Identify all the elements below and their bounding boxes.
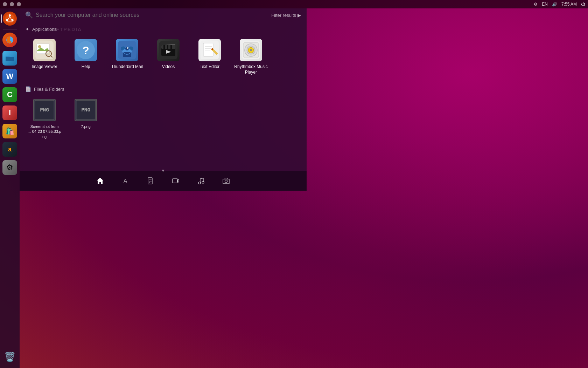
folder-svg: [5, 54, 15, 62]
top-bar: ⚙ EN 🔊 7:55 AM ⏻: [0, 0, 588, 8]
svg-rect-21: [163, 45, 165, 49]
launcher-system-settings[interactable]: ⚙: [1, 159, 18, 176]
launcher: W C I 🛍️ a ⚙ 🗑️: [0, 8, 20, 368]
videos-svg: [159, 41, 177, 59]
svg-marker-44: [97, 178, 103, 184]
thunderbird-label: Thunderbird Mail: [111, 64, 143, 70]
svg-marker-51: [177, 179, 179, 182]
settings-icon[interactable]: ⚙: [534, 2, 538, 7]
files-grid: PNG Screenshot from ...-04-23 07:55:33.p…: [25, 96, 301, 142]
svg-text:A: A: [124, 178, 127, 184]
svg-text:PNG: PNG: [40, 107, 49, 113]
ubuntu-logo: [3, 12, 17, 26]
applications-section-header: ✦ Applications: [25, 26, 301, 32]
close-dot[interactable]: [3, 2, 7, 6]
files-manager-icon: [2, 51, 17, 66]
file-screenshot[interactable]: PNG Screenshot from ...-04-23 07:55:33.p…: [25, 96, 64, 142]
svg-rect-50: [173, 179, 177, 183]
svg-rect-46: [148, 178, 152, 184]
search-icon: 🔍: [25, 11, 33, 19]
videos-icon: [157, 39, 180, 61]
app-thunderbird[interactable]: Thunderbird Mail: [108, 36, 146, 78]
launcher-impress[interactable]: I: [1, 104, 18, 121]
videos-label: Videos: [162, 64, 175, 70]
search-bar: 🔍 Filter results ▶: [20, 8, 307, 22]
svg-rect-23: [170, 45, 172, 49]
7png-file-label: 7.png: [81, 124, 91, 129]
apps-grid: Image Viewer ? Help: [25, 36, 301, 78]
launcher-software-center[interactable]: 🛍️: [1, 123, 18, 139]
system-settings-icon: ⚙: [2, 160, 17, 175]
app-image-viewer[interactable]: Image Viewer: [25, 36, 64, 78]
help-label: Help: [82, 64, 90, 70]
trash-icon: 🗑️: [2, 349, 17, 364]
7png-file-icon: PNG: [75, 99, 97, 121]
app-text-editor[interactable]: Text Editor: [190, 36, 229, 78]
rhythmbox-icon: [240, 39, 262, 61]
top-bar-left: [3, 2, 21, 6]
filter-bar-arrow: ▼: [161, 168, 165, 173]
launcher-writer[interactable]: W: [1, 68, 18, 85]
filter-apps[interactable]: A: [120, 175, 131, 186]
firefox-icon: [2, 33, 17, 47]
power-icon[interactable]: ⏻: [581, 2, 585, 7]
keyboard-layout[interactable]: EN: [542, 2, 548, 7]
file-7png[interactable]: PNG 7.png: [66, 96, 105, 142]
svg-text:PNG: PNG: [81, 107, 90, 113]
dash-overlay: 🔍 Filter results ▶ SOFTPEDIA ✦ Applicati…: [20, 8, 307, 191]
svg-point-16: [127, 47, 128, 49]
launcher-trash[interactable]: 🗑️: [1, 348, 18, 365]
launcher-sep-1: [3, 29, 17, 29]
dash-content: ✦ Applications Im: [20, 22, 307, 171]
writer-icon: W: [2, 69, 17, 84]
screenshot-file-label: Screenshot from ...-04-23 07:55:33.png: [27, 124, 62, 139]
launcher-calc[interactable]: C: [1, 86, 18, 103]
filter-results-btn[interactable]: Filter results ▶: [271, 13, 301, 18]
rhythmbox-label: Rhythmbox Music Player: [233, 64, 269, 75]
7png-svg: PNG: [76, 100, 96, 120]
screenshot-png-svg: PNG: [35, 100, 54, 120]
applications-label: Applications: [32, 27, 57, 32]
help-svg: ?: [77, 41, 95, 59]
svg-point-37: [250, 49, 252, 51]
svg-rect-22: [167, 45, 168, 49]
filter-results-arrow: ▶: [298, 13, 301, 18]
launcher-ubuntu[interactable]: [1, 10, 18, 27]
launcher-firefox[interactable]: [1, 32, 18, 48]
filter-video[interactable]: [170, 175, 181, 186]
apps-icon: A: [121, 177, 129, 185]
text-editor-label: Text Editor: [200, 64, 220, 70]
filter-files[interactable]: [145, 175, 156, 186]
app-help[interactable]: ? Help: [66, 36, 105, 78]
files-section-header: 📄 Files & Folders: [25, 86, 301, 92]
thunderbird-svg: [118, 41, 136, 59]
software-center-icon: 🛍️: [2, 124, 17, 138]
svg-point-55: [225, 180, 227, 183]
launcher-amazon[interactable]: a: [1, 141, 18, 158]
app-rhythmbox[interactable]: Rhythmbox Music Player: [232, 36, 270, 78]
svg-point-15: [125, 47, 129, 50]
filter-music[interactable]: [195, 175, 206, 186]
clock: 7:55 AM: [561, 2, 577, 7]
image-viewer-label: Image Viewer: [31, 64, 57, 70]
filter-bar: ▼ A: [20, 171, 307, 191]
home-icon: [96, 177, 104, 185]
svg-text:?: ?: [82, 44, 89, 57]
image-viewer-icon: [33, 39, 56, 61]
volume-icon[interactable]: 🔊: [552, 2, 557, 7]
search-input[interactable]: [36, 12, 271, 18]
thunderbird-icon: [116, 39, 138, 61]
max-dot[interactable]: [17, 2, 21, 6]
filter-photos[interactable]: [220, 175, 232, 186]
min-dot[interactable]: [10, 2, 14, 6]
calc-icon: C: [2, 87, 17, 102]
text-editor-svg: [201, 41, 219, 59]
amazon-icon: a: [2, 142, 17, 157]
svg-point-7: [38, 45, 41, 48]
screenshot-file-icon: PNG: [33, 99, 56, 121]
filter-home[interactable]: [94, 175, 106, 186]
app-videos[interactable]: Videos: [149, 36, 188, 78]
launcher-files[interactable]: [1, 50, 18, 67]
camera-icon: [222, 177, 230, 185]
impress-icon: I: [2, 105, 17, 120]
